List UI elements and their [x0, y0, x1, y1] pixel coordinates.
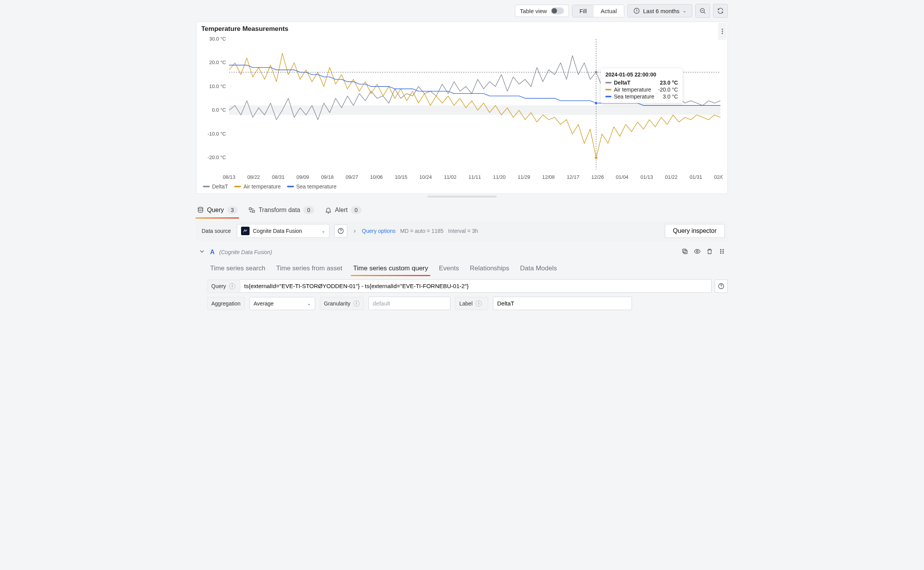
tooltip-series-value: 23.0 °C	[660, 80, 678, 86]
refresh-icon	[717, 7, 724, 14]
timeseries-chart[interactable]: 30.0 °C20.0 °C10.0 °C0.0 °C-10.0 °C-20.0…	[201, 35, 723, 182]
tab-transform-label: Transform data	[258, 207, 300, 214]
refresh-button[interactable]	[713, 4, 728, 18]
tab-transform[interactable]: Transform data 0	[248, 206, 314, 218]
database-icon	[197, 207, 204, 214]
delete-query-button[interactable]	[706, 248, 713, 256]
legend-swatch-deltat	[203, 186, 210, 187]
aggregation-value: Average	[254, 300, 274, 307]
help-icon	[718, 283, 725, 290]
collapse-toggle[interactable]	[199, 248, 206, 256]
panel-title: Temperature Measurements	[201, 25, 723, 33]
legend-item[interactable]: Air temperature	[234, 183, 280, 190]
kebab-icon	[719, 28, 726, 35]
info-icon[interactable]: i	[476, 300, 482, 307]
svg-point-42	[341, 232, 341, 232]
svg-point-45	[696, 251, 698, 253]
query-letter[interactable]: A	[210, 249, 215, 256]
label-input[interactable]	[493, 297, 632, 310]
chart-legend: DeltaT Air temperature Sea temperature	[201, 182, 723, 191]
tooltip-series-value: -20.0 °C	[658, 87, 678, 93]
svg-point-4	[722, 33, 723, 34]
svg-text:01/13: 01/13	[640, 174, 653, 180]
subtab-ts-custom-query[interactable]: Time series custom query	[353, 265, 428, 275]
svg-text:10/15: 10/15	[395, 174, 408, 180]
svg-point-3	[722, 31, 723, 32]
datasource-select[interactable]: Cognite Data Fusion ⌄	[237, 224, 330, 238]
zoom-out-button[interactable]	[695, 4, 710, 18]
svg-rect-11	[229, 105, 720, 115]
query-options-link[interactable]: Query options	[362, 228, 396, 234]
svg-text:20.0 °C: 20.0 °C	[209, 59, 226, 65]
svg-text:08/13: 08/13	[223, 174, 236, 180]
fill-button[interactable]: Fill	[572, 5, 594, 17]
datasource-selected: Cognite Data Fusion	[253, 228, 302, 234]
tab-query[interactable]: Query 3	[197, 206, 238, 218]
chevron-down-icon: ⌄	[683, 8, 686, 14]
query-help-button[interactable]	[715, 280, 728, 293]
svg-text:09/09: 09/09	[297, 174, 309, 180]
svg-text:08/22: 08/22	[247, 174, 260, 180]
svg-text:10/06: 10/06	[370, 174, 383, 180]
tab-query-count: 3	[227, 206, 238, 214]
svg-point-37	[594, 102, 598, 105]
granularity-input[interactable]	[369, 297, 450, 310]
timerange-picker[interactable]: Last 6 months ⌄	[627, 4, 692, 17]
subtab-events[interactable]: Events	[439, 265, 459, 275]
svg-text:12/08: 12/08	[542, 174, 555, 180]
tooltip-series-name: Air temperature	[614, 87, 651, 93]
chevron-down-icon	[199, 248, 206, 255]
query-options-row: Aggregation Average ⌄ Granularity i Labe…	[196, 297, 728, 310]
query-input-row: Query i	[196, 279, 728, 293]
tooltip-row: Sea temperature3.0 °C	[605, 93, 678, 100]
svg-text:02/09: 02/09	[714, 174, 723, 180]
clock-icon	[633, 7, 640, 14]
table-view-label: Table view	[520, 8, 547, 14]
legend-item[interactable]: Sea temperature	[287, 183, 336, 190]
panel-menu-button[interactable]	[718, 23, 727, 40]
toggle-visibility-button[interactable]	[694, 248, 701, 256]
actual-button[interactable]: Actual	[594, 5, 624, 17]
svg-point-38	[198, 207, 203, 209]
timerange-label: Last 6 months	[643, 8, 679, 14]
tab-alert-label: Alert	[335, 207, 348, 214]
query-source-hint: (Cognite Data Fusion)	[219, 249, 272, 255]
tab-transform-count: 0	[303, 206, 314, 214]
svg-point-47	[720, 251, 721, 252]
subtab-relationships[interactable]: Relationships	[470, 265, 509, 275]
legend-label: DeltaT	[212, 183, 228, 190]
datasource-logo-icon	[241, 227, 250, 235]
tab-alert[interactable]: Alert 0	[325, 206, 362, 218]
query-inspector-button[interactable]: Query inspector	[665, 224, 725, 238]
subtab-data-models[interactable]: Data Models	[520, 265, 557, 275]
svg-point-2	[722, 29, 723, 30]
table-view-switch[interactable]	[551, 7, 564, 14]
svg-rect-44	[683, 249, 686, 253]
zoom-out-icon	[699, 7, 706, 14]
info-icon[interactable]: i	[229, 283, 235, 289]
svg-rect-39	[250, 208, 251, 210]
subtab-ts-search[interactable]: Time series search	[210, 265, 265, 275]
chevron-down-icon: ⌄	[307, 301, 311, 306]
datasource-help-button[interactable]	[334, 224, 347, 238]
svg-text:08/31: 08/31	[272, 174, 285, 180]
aggregation-label: Aggregation	[207, 297, 245, 310]
svg-rect-40	[253, 210, 255, 212]
svg-text:09/27: 09/27	[346, 174, 358, 180]
tooltip-swatch	[605, 96, 611, 97]
query-input[interactable]	[240, 279, 712, 293]
tooltip-row: Air temperature-20.0 °C	[605, 86, 678, 93]
drag-handle[interactable]	[718, 248, 725, 256]
tooltip-series-name: DeltaT	[614, 80, 630, 86]
aggregation-select[interactable]: Average ⌄	[250, 297, 315, 310]
chevron-right-icon[interactable]: ›	[352, 227, 357, 234]
duplicate-query-button[interactable]	[681, 248, 688, 256]
granularity-label: Granularity i	[320, 297, 364, 310]
tooltip-series-value: 3.0 °C	[663, 93, 678, 100]
query-type-tabs: Time series search Time series from asse…	[196, 258, 728, 275]
table-view-toggle[interactable]: Table view	[515, 5, 569, 17]
legend-item[interactable]: DeltaT	[203, 183, 228, 190]
svg-point-36	[594, 156, 598, 159]
info-icon[interactable]: i	[353, 300, 360, 307]
subtab-ts-from-asset[interactable]: Time series from asset	[276, 265, 342, 275]
